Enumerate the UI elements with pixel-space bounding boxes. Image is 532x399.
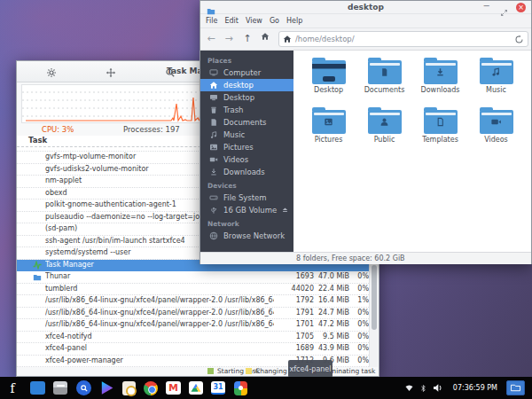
- sidebar-item-desktop-home[interactable]: desktop: [200, 79, 293, 91]
- google-drive-icon[interactable]: [189, 381, 203, 395]
- sidebar: Places Computer desktop Desktop Trash Do…: [200, 51, 293, 252]
- sidebar-header-devices: Devices: [200, 178, 293, 192]
- folder-icon: [312, 110, 346, 134]
- menu-go[interactable]: Go: [270, 17, 279, 25]
- window-title: desktop: [200, 3, 531, 12]
- task-manager-pulse-icon: [33, 261, 42, 270]
- refresh-icon[interactable]: [514, 35, 524, 44]
- usb-icon: [209, 206, 218, 215]
- task-row[interactable]: xfce4-notifyd17059.5 MiB0%: [17, 332, 369, 344]
- desktop-glyph: [312, 60, 346, 84]
- window-list-button[interactable]: [506, 380, 525, 395]
- minimize-button[interactable]: −: [483, 1, 490, 11]
- f-launcher-icon[interactable]: f: [7, 380, 22, 395]
- download-icon: [209, 168, 218, 176]
- forward-icon[interactable]: →: [223, 33, 235, 45]
- scrollbar-thumb[interactable]: [372, 265, 377, 330]
- eject-icon[interactable]: [281, 206, 289, 215]
- up-icon[interactable]: ↑: [241, 33, 254, 45]
- drive-icon: [209, 193, 218, 202]
- sidebar-header-network: Network: [200, 216, 293, 230]
- changing-task-swatch: [246, 368, 252, 374]
- play-store-icon[interactable]: [99, 380, 114, 395]
- clock[interactable]: 07:36:59 PM: [453, 384, 497, 392]
- folder-icon: [368, 60, 402, 84]
- task-name: /usr/lib/x86_64-linux-gnu/xfce4/panel/wr…: [45, 319, 274, 331]
- person-glyph: [368, 110, 402, 134]
- task-name: Thunar: [45, 271, 274, 283]
- gmail-icon[interactable]: M: [166, 381, 181, 395]
- search-icon[interactable]: [76, 380, 91, 395]
- picture-icon: [209, 143, 218, 152]
- task-row[interactable]: /usr/lib/x86_64-linux-gnu/xfce4/panel/wr…: [17, 308, 369, 320]
- menu-help[interactable]: Help: [286, 17, 302, 25]
- toolbar: ← → ↑ /home/desktop/: [200, 28, 531, 51]
- file-manager-window[interactable]: desktop − × File Edit View Go Help ← → ↑…: [200, 0, 532, 264]
- folder-pictures[interactable]: Pictures: [301, 106, 356, 155]
- wifi-icon[interactable]: [404, 383, 414, 393]
- file-grid: Desktop Documents Downloads Music Pictur…: [293, 51, 531, 252]
- google-d-icon[interactable]: [233, 380, 248, 395]
- task-name: /usr/lib/x86_64-linux-gnu/xfce4/panel/wr…: [45, 295, 274, 307]
- archive-icon[interactable]: [53, 380, 68, 395]
- volume-icon[interactable]: [433, 383, 444, 393]
- sidebar-item-pictures[interactable]: Pictures: [200, 141, 293, 153]
- close-button[interactable]: ×: [516, 3, 526, 12]
- file-glyph: [424, 110, 458, 134]
- cpu-usage-label: CPU: 3%: [42, 125, 74, 134]
- task-row[interactable]: /usr/lib/x86_64-linux-gnu/xfce4/panel/wr…: [17, 295, 369, 308]
- menu-view[interactable]: View: [246, 17, 262, 25]
- file-manager-icon[interactable]: [30, 380, 45, 395]
- folder-downloads[interactable]: Downloads: [412, 56, 468, 106]
- desktop-icon: [209, 93, 218, 102]
- folder-templates[interactable]: Templates: [412, 106, 468, 155]
- magnifier-glyph: [80, 384, 89, 393]
- menubar: File Edit View Go Help: [200, 14, 531, 28]
- task-row[interactable]: xfce4-panel168943.9 MiB0%: [17, 343, 369, 356]
- folder-public[interactable]: Public: [356, 106, 412, 155]
- sidebar-item-documents[interactable]: Documents: [200, 116, 293, 129]
- back-icon[interactable]: ←: [205, 33, 217, 45]
- trash-icon: [209, 106, 218, 114]
- menu-edit[interactable]: Edit: [224, 17, 239, 25]
- folder-icon: [368, 110, 402, 134]
- video-icon: [209, 155, 218, 164]
- sidebar-item-computer[interactable]: Computer: [200, 66, 293, 79]
- sidebar-item-browse-network[interactable]: Browse Network: [200, 230, 293, 242]
- chrome-icon[interactable]: [144, 381, 158, 395]
- task-row[interactable]: /usr/lib/x86_64-linux-gnu/xfce4/panel/wr…: [17, 319, 369, 332]
- music-glyph: [480, 60, 513, 84]
- media-player-icon[interactable]: [122, 381, 136, 395]
- task-name: tumblerd: [45, 284, 274, 295]
- home-button-icon[interactable]: [259, 32, 271, 44]
- maximize-button[interactable]: [500, 4, 508, 20]
- folder-desktop[interactable]: Desktop: [301, 56, 356, 106]
- tooltip-xfce4-panel: xfce4-panel: [288, 360, 332, 378]
- picture-glyph: [312, 110, 346, 134]
- computer-icon: [209, 68, 218, 77]
- sidebar-item-videos[interactable]: Videos: [200, 153, 293, 166]
- sidebar-item-volume[interactable]: 16 GB Volume: [200, 204, 293, 216]
- file-manager-titlebar[interactable]: desktop − ×: [200, 1, 531, 14]
- path-text[interactable]: /home/desktop/: [295, 35, 514, 43]
- sidebar-item-music[interactable]: Music: [200, 129, 293, 141]
- bluetooth-icon[interactable]: [419, 384, 427, 393]
- sidebar-item-downloads[interactable]: Downloads: [200, 166, 293, 178]
- sidebar-item-desktop[interactable]: Desktop: [200, 91, 293, 104]
- thunar-folder-icon: [33, 273, 42, 282]
- folder-documents[interactable]: Documents: [356, 56, 412, 106]
- task-row[interactable]: Thunar169347.0 MiB0%: [17, 271, 369, 284]
- folder-icon: [424, 110, 458, 134]
- folder-icon: [312, 60, 346, 84]
- calendar-icon[interactable]: 31: [211, 381, 225, 395]
- path-bar[interactable]: /home/desktop/: [278, 31, 528, 47]
- sidebar-item-file-system[interactable]: File System: [200, 192, 293, 204]
- folder-videos[interactable]: Videos: [468, 106, 524, 155]
- starting-task-swatch: [207, 368, 214, 374]
- task-row[interactable]: tumblerd4402022.4 MiB0%: [17, 284, 369, 296]
- task-name: xfce4-power-manager: [45, 356, 274, 367]
- sidebar-item-trash[interactable]: Trash: [200, 104, 293, 116]
- folder-music[interactable]: Music: [468, 56, 524, 106]
- taskbar: f M 31 07:36:59 PM: [0, 377, 532, 399]
- task-name: /usr/lib/x86_64-linux-gnu/xfce4/panel/wr…: [45, 308, 274, 319]
